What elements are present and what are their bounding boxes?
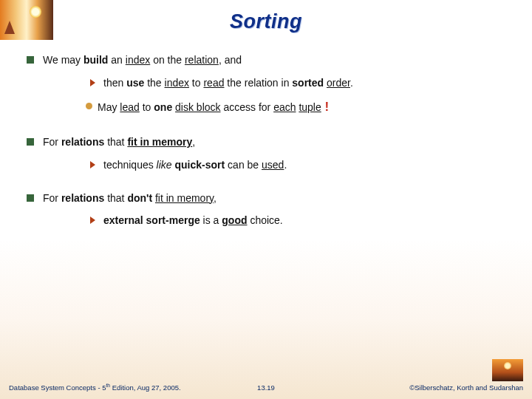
triangle-bullet-icon [90,161,95,168]
text: is a [200,214,222,226]
text: external sort-merge [103,214,200,226]
text: the [144,77,164,89]
text: For [43,136,61,148]
text: relations [61,192,104,204]
text: , [192,136,195,148]
subbullet-use-index: then use the index to read the relation … [75,76,514,90]
text: order [327,77,350,89]
square-bullet-icon [27,194,34,202]
text: For [43,192,61,204]
text: use [126,77,144,89]
text: choice. [248,214,283,226]
text: relations [61,136,104,148]
text: quick-sort [175,159,225,171]
text: disk block [175,101,220,113]
text: used [262,159,284,171]
text: techniques [103,159,157,171]
text: build [83,54,108,66]
text: index [126,54,150,66]
text: fit in memory [155,192,214,204]
bullet-dont-fit-memory: For relations that don't fit in memory, … [27,191,514,228]
text: read [203,77,224,89]
subbullet-disk-block: May lead to one disk block access for ea… [69,99,514,116]
text: sorted [292,77,324,89]
triangle-bullet-icon [90,79,95,86]
text: relation [185,54,219,66]
triangle-bullet-icon [90,216,95,224]
text: an [108,54,125,66]
subbullet-quicksort: techniques like quick-sort can be used. [75,158,514,172]
text: Database System Concepts - 5 [9,383,106,392]
text: . [284,159,287,171]
text: , and [219,54,242,66]
exclamation-icon: ! [321,100,329,114]
text: tuple [299,101,321,113]
text: each [273,101,296,113]
slide-title: Sorting [0,0,532,33]
text: We may [43,54,83,66]
slide-body: We may build an index on the relation, a… [27,53,514,238]
slide-number: 13.19 [257,383,275,392]
text: on the [150,54,185,66]
text: access for [221,101,274,113]
text: that [104,192,127,204]
text: to [189,77,203,89]
text: May [98,101,120,113]
text: that [104,136,127,148]
bullet-fit-memory: For relations that fit in memory, techni… [27,135,514,172]
text: then [103,77,126,89]
corner-sailboat-image [0,0,53,40]
footer-sunset-image [492,359,523,381]
subbullet-external-sort: external sort-merge is a good choice. [75,214,514,228]
text: one [154,101,172,113]
text: to [140,101,154,113]
square-bullet-icon [27,138,34,146]
text: . [350,77,353,89]
text: don't [127,192,152,204]
text: , [214,192,216,204]
footer-left-text: Database System Concepts - 5th Edition, … [9,383,181,392]
text: Edition, Aug 27, 2005. [110,383,181,392]
circle-bullet-icon [86,103,92,109]
square-bullet-icon [27,56,34,64]
text: the relation in [224,77,292,89]
text: can be [225,159,262,171]
text: good [222,214,247,226]
text: like [157,159,172,171]
text: lead [120,101,139,113]
footer-copyright: ©Silberschatz, Korth and Sudarshan [409,383,523,392]
text: fit in memory [127,136,192,148]
bullet-build-index: We may build an index on the relation, a… [27,53,514,116]
text: index [165,77,189,89]
